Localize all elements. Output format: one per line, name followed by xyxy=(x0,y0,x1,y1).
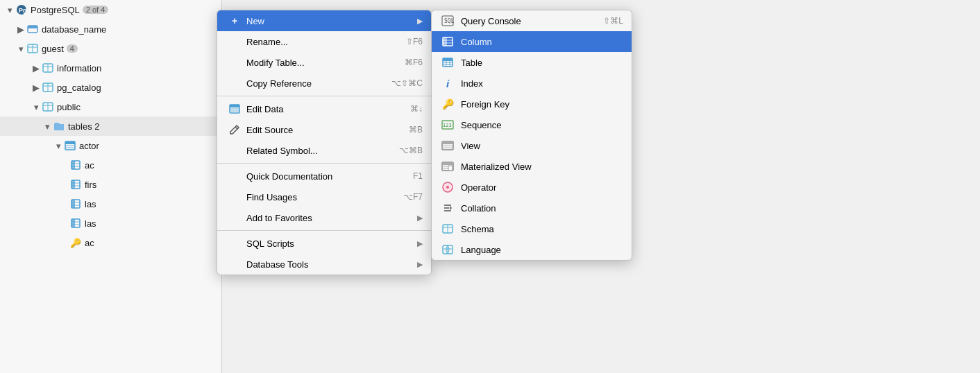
submenu-item-schema[interactable]: Schema xyxy=(432,218,632,239)
menu-copyref-label: Copy Reference xyxy=(246,78,391,89)
svg-point-66 xyxy=(446,186,449,189)
col-ac-label: ac xyxy=(85,160,94,171)
tree-item-information[interactable]: ▶ information xyxy=(0,58,221,78)
index-icon: i xyxy=(440,78,455,89)
rename-shortcut: ⇧F6 xyxy=(406,37,423,46)
svg-rect-33 xyxy=(71,219,75,227)
svg-rect-3 xyxy=(28,26,37,28)
submenu-item-sequence[interactable]: 123 Sequence xyxy=(432,114,632,135)
col-key-label: ac xyxy=(85,238,94,248)
col-firs-label: firs xyxy=(85,180,96,190)
actor-label: actor xyxy=(79,141,99,151)
menu-item-copyref[interactable]: Copy Reference ⌥⇧⌘C xyxy=(217,73,431,94)
tree-item-guest[interactable]: ▾ guest 4 xyxy=(0,39,221,58)
foreignkey-label: Foreign Key xyxy=(461,99,623,110)
new-submenu-arrow: ▶ xyxy=(417,17,423,26)
menu-item-modify[interactable]: Modify Table... ⌘F6 xyxy=(217,52,431,73)
tree-item-col-las1[interactable]: las xyxy=(0,194,221,214)
tree-item-col-firs[interactable]: firs xyxy=(0,175,221,194)
schema-label: Schema xyxy=(461,224,623,234)
column-label: Column xyxy=(461,37,623,47)
public-label: public xyxy=(57,102,81,112)
editdata-shortcut: ⌘↓ xyxy=(410,104,423,114)
favorites-submenu-arrow: ▶ xyxy=(417,214,423,223)
tree-arrow-info: ▶ xyxy=(31,63,42,73)
pgcatalog-label: pg_catalog xyxy=(57,83,101,93)
menu-item-editdata[interactable]: Edit Data ⌘↓ xyxy=(217,98,431,119)
svg-line-40 xyxy=(235,127,237,129)
menu-item-favorites[interactable]: Add to Favorites ▶ xyxy=(217,207,431,228)
menu-item-sqlscripts[interactable]: SQL Scripts ▶ xyxy=(217,233,431,254)
table-label: Table xyxy=(461,58,623,68)
tree-arrow-pgcatalog: ▶ xyxy=(31,83,42,93)
submenu-item-operator[interactable]: Operator xyxy=(432,177,632,198)
tree-item-pgcatalog[interactable]: ▶ pg_catalog xyxy=(0,78,221,97)
svg-rect-44 xyxy=(443,37,447,46)
submenu-item-matview[interactable]: Materialized View xyxy=(432,156,632,177)
submenu-item-view[interactable]: View xyxy=(432,135,632,156)
submenu-item-foreignkey[interactable]: 🔑 Foreign Key xyxy=(432,94,632,114)
tree-item-col-ac[interactable]: ac xyxy=(0,155,221,175)
menu-item-quickdoc[interactable]: Quick Documentation F1 xyxy=(217,166,431,186)
col-las2-label: las xyxy=(85,218,96,229)
tree-arrow-root: ▾ xyxy=(4,5,15,15)
root-badge: 2 of 4 xyxy=(83,6,109,14)
index-label: Index xyxy=(461,78,623,89)
menu-item-related[interactable]: Related Symbol... ⌥⌘B xyxy=(217,140,431,161)
menu-item-rename[interactable]: Rename... ⇧F6 xyxy=(217,31,431,52)
root-label: PostgreSQL xyxy=(31,5,80,15)
svg-text:Pg: Pg xyxy=(19,7,27,14)
key-icon: 🔑 xyxy=(69,236,82,249)
tree-item-tables[interactable]: ▾ tables 2 xyxy=(0,116,221,136)
tree-arrow-guest: ▾ xyxy=(15,44,26,54)
view-icon xyxy=(440,141,455,150)
submenu-item-index[interactable]: i Index xyxy=(432,73,632,94)
menu-item-findusages[interactable]: Find Usages ⌥F7 xyxy=(217,186,431,207)
collation-label: Collation xyxy=(461,203,623,214)
submenu-item-queryconsole[interactable]: SQL Query Console ⇧⌘L xyxy=(432,10,632,31)
tree-item-col-las2[interactable]: las xyxy=(0,214,221,233)
quickdoc-shortcut: F1 xyxy=(413,171,423,181)
postgresql-icon: Pg xyxy=(15,3,28,16)
tree-item-database[interactable]: ▶ database_name xyxy=(0,19,221,39)
schema-guest-icon xyxy=(26,42,39,55)
svg-rect-63 xyxy=(448,166,453,171)
separator-2 xyxy=(217,163,431,164)
svg-rect-48 xyxy=(443,58,453,61)
col-las1-icon xyxy=(69,198,82,210)
tree-item-col-key[interactable]: 🔑 ac xyxy=(0,233,221,252)
menu-item-new[interactable]: + New ▶ xyxy=(217,10,431,31)
database-label: database_name xyxy=(42,24,106,35)
actor-table-icon xyxy=(64,139,76,152)
tree-arrow-tables: ▾ xyxy=(42,121,53,132)
submenu-item-table[interactable]: Table xyxy=(432,52,632,73)
submenu: SQL Query Console ⇧⌘L Column xyxy=(431,10,632,261)
menu-new-label: New xyxy=(246,16,414,26)
column-icon xyxy=(440,37,455,46)
menu-quickdoc-label: Quick Documentation xyxy=(246,171,413,182)
menu-editdata-label: Edit Data xyxy=(246,104,410,114)
svg-rect-21 xyxy=(71,161,75,169)
tree-item-public[interactable]: ▾ public xyxy=(0,97,221,116)
menu-editsrc-label: Edit Source xyxy=(246,125,409,135)
menu-item-dbtools[interactable]: Database Tools ▶ xyxy=(217,254,431,275)
operator-icon xyxy=(440,182,455,193)
tree-root[interactable]: ▾ Pg PostgreSQL 2 of 4 xyxy=(0,0,221,19)
submenu-item-language[interactable]: Language xyxy=(432,239,632,260)
tree-item-actor[interactable]: ▾ actor xyxy=(0,136,221,155)
submenu-item-collation[interactable]: Collation xyxy=(432,198,632,218)
operator-label: Operator xyxy=(461,182,623,193)
schema-icon xyxy=(440,224,455,234)
svg-rect-60 xyxy=(442,162,453,165)
foreignkey-icon: 🔑 xyxy=(440,98,455,110)
tables-folder-icon xyxy=(53,120,65,132)
menu-item-editsrc[interactable]: Edit Source ⌘B xyxy=(217,119,431,140)
submenu-item-column[interactable]: Column xyxy=(432,31,632,52)
collation-icon xyxy=(440,202,455,214)
table-icon xyxy=(440,58,455,67)
tree-arrow-public: ▾ xyxy=(31,102,42,112)
related-shortcut: ⌥⌘B xyxy=(399,146,423,155)
matview-label: Materialized View xyxy=(461,162,623,172)
tree-arrow-db: ▶ xyxy=(15,24,26,35)
sqlscripts-submenu-arrow: ▶ xyxy=(417,239,423,248)
